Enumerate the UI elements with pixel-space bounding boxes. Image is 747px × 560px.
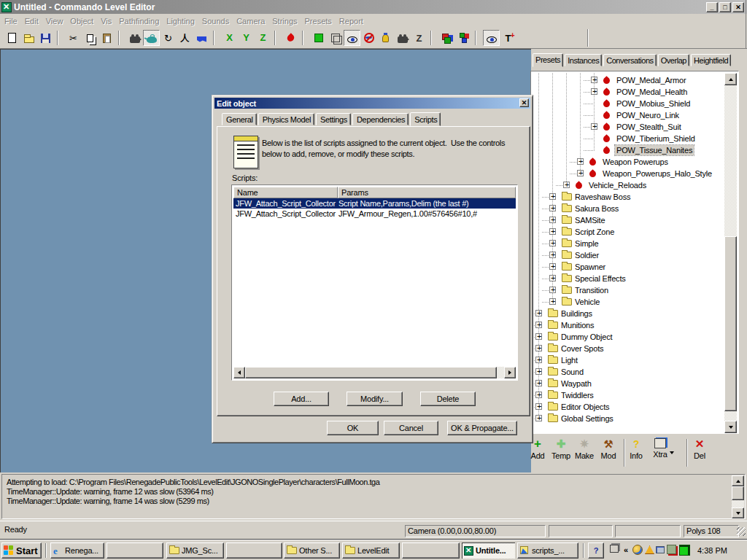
expand-icon[interactable] — [549, 263, 556, 270]
task-other-s[interactable]: Other S... — [284, 542, 340, 559]
tree-item-transition[interactable]: Transition — [533, 284, 724, 296]
tree-item-script-zone[interactable]: Script Zone — [533, 226, 724, 238]
expand-icon[interactable] — [549, 287, 556, 293]
expand-icon[interactable] — [549, 228, 556, 235]
walk-mode-icon[interactable]: 人 — [177, 30, 193, 46]
expand-icon[interactable] — [535, 322, 542, 328]
log-scroll-shaft[interactable] — [732, 500, 744, 508]
camera-view-icon[interactable] — [394, 30, 411, 46]
camera-mode-icon[interactable] — [126, 30, 143, 46]
tree-item-weapon-powerups[interactable]: Weapon Powerups — [533, 156, 724, 168]
tree-item-samsite[interactable]: SAMSite — [533, 214, 724, 226]
expand-icon[interactable] — [549, 275, 556, 281]
collapse-chevrons-icon[interactable]: « — [624, 545, 631, 555]
display-icon[interactable] — [656, 546, 665, 553]
expand-icon[interactable] — [535, 310, 542, 316]
drop-to-ground-icon[interactable] — [282, 30, 299, 46]
button-delete[interactable]: Delete — [420, 392, 476, 406]
tree-item-pow-medal-health[interactable]: POW_Medal_Health — [533, 86, 724, 98]
action-make[interactable]: ✷Make — [573, 438, 595, 469]
tree-item-twiddlers[interactable]: Twiddlers — [533, 389, 724, 401]
expand-icon[interactable] — [535, 392, 542, 398]
expand-icon[interactable] — [549, 252, 556, 258]
show-icon[interactable] — [344, 30, 360, 46]
hscroll-right[interactable] — [504, 367, 516, 378]
scripts-list-hscrollbar[interactable] — [233, 367, 516, 378]
axis-z-icon[interactable]: Z — [255, 30, 271, 46]
tree-item-buildings[interactable]: Buildings — [533, 308, 724, 319]
close-button[interactable]: ✕ — [732, 2, 744, 12]
tab-instances[interactable]: Instances — [565, 54, 602, 66]
expand-icon[interactable] — [549, 217, 556, 223]
action-info[interactable]: ?Info — [625, 438, 647, 469]
expand-icon[interactable] — [535, 345, 542, 351]
action-del[interactable]: ✕Del — [689, 438, 711, 469]
tab-overlap[interactable]: Overlap — [658, 54, 689, 66]
tree-item-dummy-object[interactable]: Dummy Object — [533, 331, 724, 343]
task-renega[interactable]: eRenega... — [50, 542, 104, 559]
tab-conversations[interactable]: Conversations — [603, 54, 656, 66]
log-scroll-down[interactable] — [732, 508, 744, 518]
expand-icon[interactable] — [591, 88, 597, 95]
menu-presets[interactable]: Presets — [301, 15, 336, 27]
tree-scroll-up[interactable] — [724, 73, 737, 85]
tree-scroll-down[interactable] — [724, 421, 737, 433]
tree-item-vehicle-reloads[interactable]: Vehicle_Reloads — [533, 179, 724, 191]
expand-icon[interactable] — [549, 298, 556, 305]
menu-camera[interactable]: Camera — [233, 15, 268, 27]
menu-edit[interactable]: Edit — [21, 15, 42, 27]
tree-item-soldier[interactable]: Soldier — [533, 249, 724, 261]
dialog-tab-scripts[interactable]: Scripts — [410, 112, 441, 126]
action-temp[interactable]: ✚Temp — [550, 438, 572, 469]
green-app-icon[interactable] — [679, 545, 690, 556]
tree-item-waypath[interactable]: Waypath — [533, 378, 724, 389]
tree-item-pow-neuro-link[interactable]: POW_Neuro_Link — [533, 109, 724, 121]
save-icon[interactable] — [37, 30, 54, 46]
tree-scroll-thumb[interactable] — [724, 236, 737, 411]
expand-icon[interactable] — [563, 182, 570, 188]
tree-item-pow-stealth-suit[interactable]: POW_Stealth_Suit — [533, 121, 724, 133]
tree-item-pow-medal-armor[interactable]: POW_Medal_Armor — [533, 74, 724, 86]
task-empty[interactable] — [107, 542, 163, 559]
dialog-tab-dependencies[interactable]: Dependencies — [352, 113, 409, 125]
button-ok-propagate[interactable]: OK & Propagate... — [447, 421, 517, 435]
tree-item-sakura-boss[interactable]: Sakura Boss — [533, 203, 724, 214]
menu-strings[interactable]: Strings — [268, 15, 301, 27]
users-offline-icon[interactable] — [667, 545, 676, 554]
help-window-task[interactable]: ? — [588, 542, 604, 559]
tab-presets[interactable]: Presets — [533, 53, 563, 67]
task-jmg-sc[interactable]: JMG_Sc... — [166, 542, 224, 559]
tree-item-light[interactable]: Light — [533, 354, 724, 366]
tree-item-pow-mobius-shield[interactable]: POW_Mobius_Shield — [533, 98, 724, 109]
action-mod[interactable]: ⚒Mod — [597, 438, 619, 469]
tree-item-editor-objects[interactable]: Editor Objects — [533, 401, 724, 413]
expand-icon[interactable] — [549, 240, 556, 246]
dialog-close-button[interactable]: ✕ — [519, 98, 529, 107]
log-scroll-thumb[interactable] — [732, 486, 744, 500]
menu-object[interactable]: Object — [66, 15, 97, 27]
column-header-params[interactable]: Params — [338, 187, 516, 198]
tree-item-spawner[interactable]: Spawner — [533, 261, 724, 273]
expand-icon[interactable] — [591, 77, 597, 83]
menu-view[interactable]: View — [42, 15, 67, 27]
cut-icon[interactable]: ✂ — [65, 30, 82, 46]
waypath-icon[interactable]: Z — [411, 30, 427, 46]
hide-icon[interactable] — [360, 30, 377, 46]
task-leveledit[interactable]: LevelEdit — [342, 542, 400, 559]
warning-icon[interactable] — [645, 545, 654, 554]
menu-report[interactable]: Report — [336, 15, 367, 27]
tree-item-raveshaw-boss[interactable]: Raveshaw Boss — [533, 191, 724, 203]
tree-item-weapon-powerups-halo-style[interactable]: Weapon_Powerups_Halo_Style — [533, 168, 724, 179]
rotate-mode-icon[interactable]: ↻ — [160, 30, 177, 46]
globe-icon[interactable] — [632, 545, 643, 555]
script-row[interactable]: JFW_Attach_Script_CollectorScript Name,P… — [233, 198, 516, 209]
expand-icon[interactable] — [577, 170, 584, 176]
tree-item-munitions[interactable]: Munitions — [533, 319, 724, 331]
tree-item-vehicle[interactable]: Vehicle — [533, 296, 724, 308]
copy-icon[interactable] — [82, 30, 98, 46]
button-add[interactable]: Add... — [274, 392, 329, 406]
visibility-icon[interactable] — [483, 30, 500, 46]
task-empty[interactable] — [226, 542, 282, 559]
light-icon[interactable] — [377, 30, 394, 46]
tree-scroll-shaft-top[interactable] — [724, 85, 737, 236]
